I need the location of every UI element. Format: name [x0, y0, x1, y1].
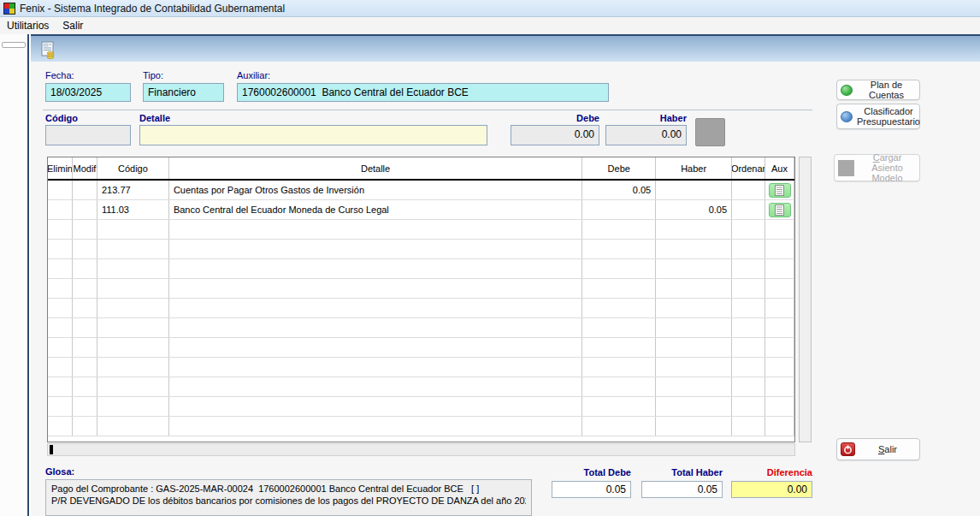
aux-detail-button[interactable] [769, 203, 791, 217]
cell-modif [73, 279, 97, 298]
total-haber-label: Total Haber [641, 467, 723, 477]
cell-modif [73, 358, 97, 377]
cell-ordenar [732, 397, 765, 416]
vertical-scrollbar[interactable] [799, 157, 812, 442]
plan-de-cuentas-button[interactable]: Plan de Cuentas [836, 80, 920, 100]
column-header-codigo: Código [97, 157, 169, 179]
cell-detalle: Cuentas por Pagar Otros Gastos de Invers… [169, 181, 582, 199]
gray-action-button[interactable] [695, 118, 725, 146]
empty-row[interactable] [48, 299, 794, 318]
glosa-line1: Pago del Comprobante : GAS-2025-MAR-0002… [51, 483, 526, 495]
cell-elimin [48, 299, 73, 317]
green-sphere-icon [841, 85, 853, 96]
cell-ordenar [732, 240, 765, 258]
empty-row[interactable] [48, 377, 794, 397]
aux-detail-button[interactable] [769, 183, 791, 198]
cell-elimin [48, 318, 73, 337]
cell-elimin [48, 358, 73, 377]
cell-ordenar [732, 377, 765, 396]
entries-table-body: 213.77Cuentas por Pagar Otros Gastos de … [48, 181, 794, 436]
cell-detalle [169, 417, 582, 436]
glosa-textarea[interactable]: Pago del Comprobante : GAS-2025-MAR-0002… [45, 479, 532, 516]
cargar-asiento-label: Cargar Asiento Modelo [859, 152, 916, 183]
cell-codigo [97, 318, 169, 337]
cell-debe [582, 259, 656, 278]
blue-sphere-icon [841, 111, 853, 122]
cell-ordenar [732, 220, 765, 239]
cell-haber [656, 220, 732, 239]
cell-ordenar [732, 259, 765, 278]
cell-codigo [97, 279, 169, 298]
cell-elimin [48, 259, 73, 278]
cell-ordenar [732, 181, 765, 199]
debe-label: Debe [511, 113, 599, 123]
sidebar-splitter-handle[interactable] [2, 42, 26, 48]
menu-utilitarios[interactable]: Utilitarios [0, 18, 56, 33]
empty-row[interactable] [48, 279, 794, 299]
cell-detalle [169, 259, 582, 278]
clasificador-label: Clasificador Presupuestario [857, 106, 920, 127]
cell-debe [582, 240, 656, 258]
tipo-input[interactable]: Financiero [143, 83, 224, 102]
cell-aux [765, 417, 794, 436]
horizontal-scrollbar[interactable] [47, 443, 795, 456]
entry-row[interactable]: 213.77Cuentas por Pagar Otros Gastos de … [48, 181, 794, 200]
cell-debe [582, 417, 656, 436]
menu-salir[interactable]: Salir [56, 18, 90, 33]
cell-debe [582, 279, 656, 298]
cell-modif [73, 181, 97, 199]
codigo-label: Código [45, 113, 78, 123]
cell-codigo [97, 299, 169, 317]
empty-row[interactable] [48, 240, 794, 259]
salir-button[interactable]: Salir [836, 438, 920, 460]
cell-aux [765, 358, 794, 377]
cell-haber [656, 181, 732, 199]
auxiliar-input[interactable]: 1760002600001 Banco Central del Ecuador … [237, 83, 609, 102]
column-header-debe: Debe [582, 157, 656, 179]
cell-ordenar [732, 358, 765, 377]
cell-ordenar [732, 200, 765, 219]
cell-codigo [97, 220, 169, 239]
column-header-detalle: Detalle [169, 157, 582, 179]
empty-row[interactable] [48, 220, 794, 240]
cell-elimin [48, 279, 73, 298]
empty-row[interactable] [48, 417, 794, 436]
cell-modif [73, 417, 97, 436]
cell-elimin [48, 417, 73, 436]
codigo-input[interactable] [45, 125, 131, 145]
cell-debe [582, 358, 656, 377]
detalle-label: Detalle [139, 113, 170, 123]
cell-codigo: 111.03 [97, 200, 169, 219]
entry-row[interactable]: 111.03Banco Central del Ecuador Moneda d… [48, 200, 794, 220]
cell-haber: 0.05 [656, 200, 732, 219]
cell-aux [765, 200, 794, 219]
toolbar-band [31, 34, 980, 62]
menubar: Utilitarios Salir [0, 17, 980, 34]
empty-row[interactable] [48, 338, 794, 358]
empty-row[interactable] [48, 358, 794, 377]
detalle-input[interactable] [139, 125, 487, 145]
app-icon [3, 3, 15, 15]
empty-row[interactable] [48, 259, 794, 279]
cell-codigo [97, 338, 169, 357]
cell-detalle [169, 240, 582, 258]
cell-ordenar [732, 279, 765, 298]
cargar-asiento-modelo-button[interactable]: Cargar Asiento Modelo [834, 154, 920, 181]
cell-codigo [97, 358, 169, 377]
cell-debe [582, 220, 656, 239]
glosa-label: Glosa: [45, 466, 74, 477]
entries-table: EliminModifCódigoDetalleDebeHaberOrdenar… [47, 157, 795, 442]
cell-elimin [48, 377, 73, 396]
cell-haber [656, 240, 732, 258]
cell-elimin [48, 220, 73, 239]
cell-modif [73, 338, 97, 357]
gray-square-icon [838, 160, 854, 176]
fecha-input[interactable]: 18/03/2025 [45, 83, 131, 102]
cell-detalle [169, 318, 582, 337]
empty-row[interactable] [48, 318, 794, 338]
clasificador-presupuestario-button[interactable]: Clasificador Presupuestario [836, 104, 920, 129]
empty-row[interactable] [48, 397, 794, 417]
cell-modif [73, 259, 97, 278]
cell-detalle [169, 299, 582, 317]
journal-entry-icon[interactable] [39, 41, 58, 60]
